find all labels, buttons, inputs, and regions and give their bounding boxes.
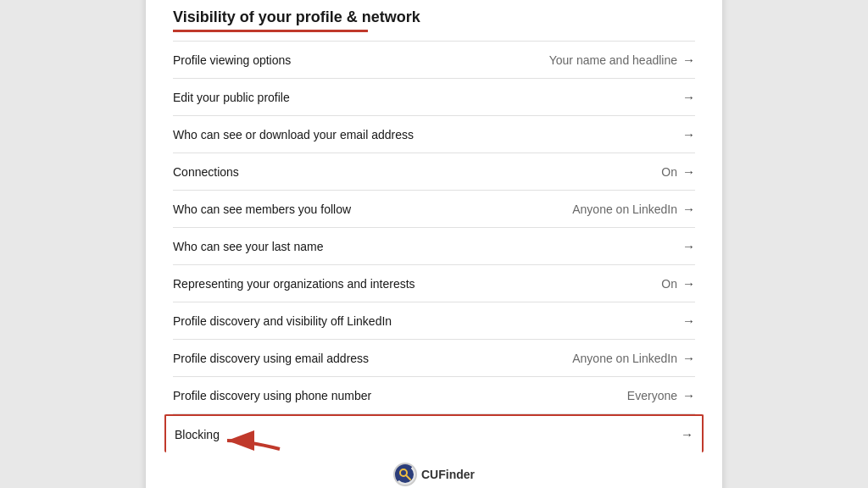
settings-label-profile-discovery-off: Profile discovery and visibility off Lin… (173, 314, 392, 328)
settings-label-edit-public-profile: Edit your public profile (173, 91, 290, 104)
title-underline (173, 30, 368, 32)
settings-label-profile-viewing: Profile viewing options (173, 53, 291, 67)
settings-item-who-see-email[interactable]: Who can see or download your email addre… (173, 116, 695, 153)
settings-item-profile-discovery-off[interactable]: Profile discovery and visibility off Lin… (173, 302, 695, 340)
settings-label-last-name: Who can see your last name (173, 240, 323, 253)
settings-label-who-see-follow: Who can see members you follow (173, 202, 351, 216)
settings-item-connections[interactable]: ConnectionsOn→ (173, 153, 695, 191)
arrow-right-icon-profile-discovery-phone[interactable]: → (682, 388, 695, 402)
settings-label-profile-discovery-email: Profile discovery using email address (173, 352, 369, 365)
settings-item-right-profile-discovery-email: Anyone on LinkedIn→ (572, 351, 695, 365)
arrow-right-icon-profile-discovery-off[interactable]: → (682, 313, 695, 328)
settings-item-right-profile-discovery-phone: Everyone→ (627, 388, 695, 402)
arrow-right-icon-profile-discovery-email[interactable]: → (682, 351, 695, 365)
settings-item-right-who-see-follow: Anyone on LinkedIn→ (572, 202, 695, 216)
settings-value-profile-viewing: Your name and headline (549, 53, 677, 67)
cufinder-label: CUFinder (421, 468, 475, 481)
settings-value-profile-discovery-email: Anyone on LinkedIn (572, 352, 677, 365)
arrow-right-icon-profile-viewing[interactable]: → (682, 53, 695, 67)
arrow-right-icon-who-see-email[interactable]: → (682, 127, 695, 141)
settings-value-connections: On (661, 165, 677, 179)
settings-card: Visibility of your profile & network Pro… (146, 0, 722, 488)
arrow-right-icon-who-see-follow[interactable]: → (682, 202, 695, 216)
settings-item-right-edit-public-profile: → (682, 90, 695, 104)
settings-item-last-name[interactable]: Who can see your last name→ (173, 228, 695, 265)
cufinder-badge: CUFinder (173, 463, 695, 486)
arrow-right-icon-last-name[interactable]: → (682, 239, 695, 253)
settings-item-right-organizations: On→ (661, 276, 695, 291)
settings-value-profile-discovery-phone: Everyone (627, 389, 677, 402)
settings-item-organizations[interactable]: Representing your organizations and inte… (173, 265, 695, 302)
section-title: Visibility of your profile & network (173, 8, 695, 26)
settings-label-blocking: Blocking (175, 428, 220, 441)
settings-item-right-profile-viewing: Your name and headline→ (549, 53, 695, 67)
settings-label-organizations: Representing your organizations and inte… (173, 277, 415, 291)
settings-label-connections: Connections (173, 165, 239, 179)
settings-item-who-see-follow[interactable]: Who can see members you followAnyone on … (173, 191, 695, 228)
settings-item-profile-viewing[interactable]: Profile viewing optionsYour name and hea… (173, 42, 695, 79)
settings-item-edit-public-profile[interactable]: Edit your public profile→ (173, 79, 695, 116)
settings-label-profile-discovery-phone: Profile discovery using phone number (173, 389, 371, 402)
svg-point-0 (397, 466, 414, 483)
settings-value-who-see-follow: Anyone on LinkedIn (572, 202, 677, 216)
settings-item-profile-discovery-phone[interactable]: Profile discovery using phone numberEver… (173, 377, 695, 414)
settings-item-right-connections: On→ (661, 164, 695, 179)
settings-item-profile-discovery-email[interactable]: Profile discovery using email addressAny… (173, 340, 695, 377)
settings-item-blocking[interactable]: Blocking→ (164, 414, 704, 452)
settings-item-right-profile-discovery-off: → (682, 313, 695, 328)
arrow-right-icon-connections[interactable]: → (682, 164, 695, 179)
arrow-right-icon-blocking[interactable]: → (681, 427, 693, 441)
cufinder-logo (393, 463, 417, 486)
arrow-right-icon-edit-public-profile[interactable]: → (682, 90, 695, 104)
cufinder-logo-icon (396, 465, 415, 484)
arrow-right-icon-organizations[interactable]: → (682, 276, 695, 291)
settings-item-right-who-see-email: → (682, 127, 695, 141)
settings-label-who-see-email: Who can see or download your email addre… (173, 128, 414, 141)
settings-list: Profile viewing optionsYour name and hea… (173, 41, 695, 452)
settings-value-organizations: On (661, 277, 677, 291)
settings-item-right-last-name: → (682, 239, 695, 253)
settings-item-right-blocking: → (681, 427, 693, 441)
